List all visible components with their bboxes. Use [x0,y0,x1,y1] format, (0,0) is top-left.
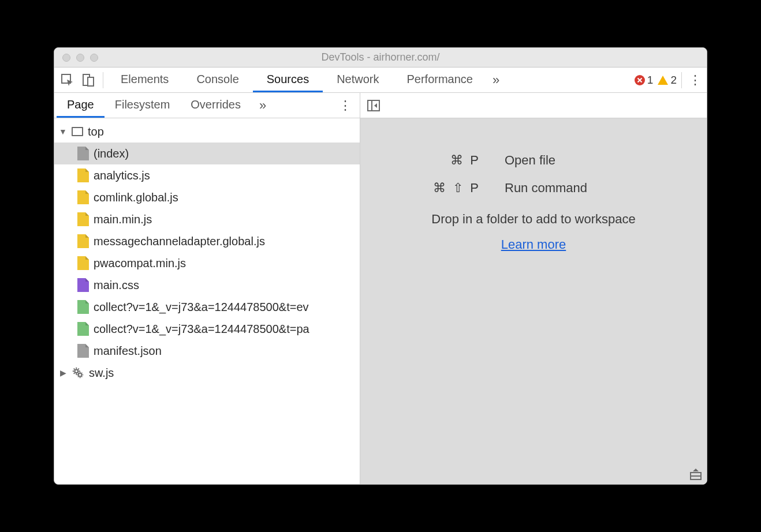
navigator-menu-button[interactable]: ⋮ [331,98,360,113]
warning-count: 2 [670,74,677,87]
tree-label: sw.js [89,366,114,380]
learn-more-link[interactable]: Learn more [501,237,566,252]
tree-file-row[interactable]: main.css [54,274,360,296]
tree-file-row[interactable]: (index) [54,143,360,164]
toggle-navigator-icon[interactable] [367,100,380,111]
tree-label: comlink.global.js [94,191,178,204]
traffic-lights [54,54,98,62]
toggle-drawer-icon[interactable] [689,468,702,481]
navigator-tab-page[interactable]: Page [57,93,105,118]
tree-label: pwacompat.min.js [94,257,186,270]
tree-file-row[interactable]: pwacompat.min.js [54,252,360,274]
tree-file-row[interactable]: main.min.js [54,208,360,230]
tree-label: top [88,125,104,138]
tree-file-row[interactable]: manifest.json [54,340,360,362]
navigator-tab-overrides[interactable]: Overrides [180,93,251,118]
error-count-badge[interactable]: 1 [635,74,654,87]
warning-icon [658,76,668,85]
workspace-hint: Drop in a folder to add to workspace [431,212,635,227]
service-worker-icon [72,366,84,379]
devtools-window: DevTools - airhorner.com/ Elements Conso… [54,47,707,485]
tree-label: (index) [94,147,129,160]
close-window-button[interactable] [62,54,70,62]
editor-toolbar [360,93,707,118]
tab-console[interactable]: Console [182,68,252,92]
shortcut-open-file: ⌘ P Open file [395,153,672,168]
tree-label: main.css [94,279,139,292]
main-tab-list: Elements Console Sources Network Perform… [107,68,505,92]
tree-file-row[interactable]: collect?v=1&_v=j73&a=1244478500&t=ev [54,296,360,318]
tree-file-row[interactable]: collect?v=1&_v=j73&a=1244478500&t=pa [54,318,360,340]
disclosure-triangle-icon[interactable]: ▼ [59,127,67,136]
editor-empty-state: ⌘ P Open file ⌘ ⇧ P Run command Drop in … [360,118,707,484]
tree-label: analytics.js [94,169,150,182]
navigator-tabs-overflow[interactable]: » [251,98,274,113]
device-toolbar-icon[interactable] [82,74,95,87]
tree-node-service-worker[interactable]: ▶ sw.js [54,362,360,384]
file-icon [77,190,89,204]
panel-body: Page Filesystem Overrides » ⋮ ▼ top (ind… [54,93,707,484]
svg-point-4 [79,373,82,377]
error-count: 1 [647,74,654,87]
svg-rect-5 [368,100,379,111]
file-icon [77,278,89,292]
file-icon [77,212,89,226]
tree-node-top[interactable]: ▼ top [54,121,360,143]
frame-icon [72,127,83,136]
minimize-window-button[interactable] [76,54,84,62]
file-icon [77,344,89,358]
file-icon [77,300,89,314]
svg-rect-2 [88,77,94,86]
file-icon [77,256,89,270]
main-tab-bar: Elements Console Sources Network Perform… [54,68,707,93]
disclosure-triangle-icon[interactable]: ▶ [59,368,67,377]
shortcut-run-command: ⌘ ⇧ P Run command [395,181,672,196]
tree-label: messagechanneladapter.global.js [94,235,265,248]
file-icon [77,147,89,160]
error-icon [635,75,645,85]
file-icon [77,168,89,182]
shortcut-label: Run command [505,181,587,196]
zoom-window-button[interactable] [90,54,98,62]
tree-label: collect?v=1&_v=j73&a=1244478500&t=ev [94,301,309,314]
svg-point-3 [75,370,79,373]
shortcut-keys: ⌘ P [395,153,505,168]
inspect-element-icon[interactable] [61,74,74,87]
editor-pane: ⌘ P Open file ⌘ ⇧ P Run command Drop in … [360,93,707,484]
main-tabs-overflow[interactable]: » [487,68,505,92]
tree-label: main.min.js [94,213,152,226]
settings-menu-button[interactable]: ⋮ [681,72,702,88]
tree-label: manifest.json [94,344,162,358]
shortcut-label: Open file [505,153,555,168]
window-title: DevTools - airhorner.com/ [54,51,707,63]
tab-sources[interactable]: Sources [253,68,323,92]
tree-label: collect?v=1&_v=j73&a=1244478500&t=pa [94,323,309,336]
tab-network[interactable]: Network [323,68,393,92]
file-icon [77,234,89,248]
tree-file-row[interactable]: messagechanneladapter.global.js [54,230,360,252]
sources-navigator: Page Filesystem Overrides » ⋮ ▼ top (ind… [54,93,360,484]
tree-file-row[interactable]: analytics.js [54,164,360,186]
titlebar: DevTools - airhorner.com/ [54,48,707,68]
file-tree: ▼ top (index)analytics.jscomlink.global.… [54,118,360,484]
navigator-tab-bar: Page Filesystem Overrides » ⋮ [54,93,360,118]
tab-elements[interactable]: Elements [107,68,182,92]
tab-performance[interactable]: Performance [393,68,487,92]
file-icon [77,322,89,336]
shortcut-keys: ⌘ ⇧ P [395,181,505,196]
navigator-tab-filesystem[interactable]: Filesystem [105,93,181,118]
warning-count-badge[interactable]: 2 [658,74,677,87]
tree-file-row[interactable]: comlink.global.js [54,186,360,208]
